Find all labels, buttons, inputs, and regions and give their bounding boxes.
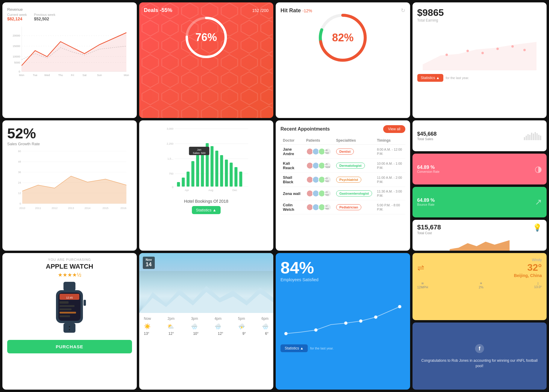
patients-cell: +3 mor (304, 173, 334, 187)
svg-point-30 (481, 52, 484, 54)
weather-icons-row: ☀️ ⛅ 🌧️ 🌧️ ⛈️ 🌧️ (144, 323, 269, 330)
weather-date: Nov (146, 258, 152, 261)
temp-icon: | (534, 281, 542, 285)
employees-pct: 84% (280, 258, 405, 277)
hotel-chart: 3,000 2,250 1,5... 750 0 Jan Sales: 500 … (144, 125, 269, 194)
svg-rect-103 (60, 312, 76, 314)
weather-condition: Windy (514, 258, 542, 262)
weather-icon-5pm: ⛈️ (238, 323, 245, 330)
earnings-footer: Statistics ▲ for the last year. (417, 74, 542, 82)
svg-text:Apr: Apr (185, 189, 189, 192)
weather-icon-6pm: 🌧️ (262, 323, 269, 330)
svg-text:2016: 2016 (120, 207, 126, 210)
svg-rect-102 (60, 308, 72, 310)
svg-text:1,5...: 1,5... (167, 157, 173, 160)
svg-rect-104 (60, 315, 70, 317)
purchase-btn[interactable]: PURCHASE (7, 340, 132, 353)
svg-marker-27 (423, 42, 536, 70)
stats-mini-container: $45,668 Total Sales 64.89 % Conversion R… (412, 120, 547, 251)
deals-percentage: 76% (195, 31, 217, 44)
facebook-text: Congratulations to Rob Jones in accounti… (417, 358, 542, 369)
total-sales-card: $45,668 Total Sales (412, 120, 547, 151)
svg-point-113 (344, 322, 347, 325)
svg-point-29 (466, 50, 469, 52)
appointments-card: Recent Appointments View all Doctor Pati… (276, 120, 410, 251)
svg-point-28 (445, 54, 448, 56)
svg-text:2014: 2014 (84, 207, 90, 210)
svg-rect-77 (239, 172, 242, 187)
svg-text:24: 24 (18, 181, 21, 184)
svg-rect-86 (527, 134, 529, 140)
total-cost-val: $15,678 (417, 223, 441, 231)
svg-rect-93 (540, 136, 541, 140)
svg-point-108 (69, 329, 70, 330)
svg-point-32 (511, 45, 514, 48)
timing-cell: 10:00 A.M. - 1:00 P.M. (374, 159, 405, 173)
doctor-name-cell: Jane Andre (280, 145, 304, 159)
weather-day: 14 (146, 261, 152, 268)
conversion-label: Conversion Rate (417, 170, 439, 173)
svg-text:2015: 2015 (102, 207, 108, 210)
svg-point-31 (496, 48, 499, 50)
lightbulb-icon: 💡 (533, 223, 542, 232)
svg-text:3,000: 3,000 (166, 127, 173, 130)
doctor-name-cell: Shail Black (280, 173, 304, 187)
hitrate-circle: 82% (280, 14, 405, 62)
doctor-name-cell: Colin Welch (280, 200, 304, 214)
svg-text:Dec: Dec (232, 189, 237, 192)
svg-rect-90 (535, 132, 536, 140)
specialty-cell: Gastroenterologist (334, 187, 374, 200)
total-cost-label: Total Cost (417, 231, 441, 235)
svg-text:20000: 20000 (13, 34, 20, 37)
view-all-btn[interactable]: View all (383, 125, 405, 133)
svg-text:0: 0 (172, 186, 173, 189)
svg-rect-65 (182, 178, 185, 187)
hotel-statistics-btn[interactable]: Statistics ▲ (192, 206, 221, 214)
employees-label: Employees Satisfied (280, 277, 405, 282)
specialty-cell: Dentist (334, 145, 374, 159)
sales-bars-icon (524, 131, 542, 140)
weather-temperature: 32° (514, 262, 542, 273)
employees-statistics-btn[interactable]: Statistics ▲ (280, 344, 308, 352)
svg-text:48: 48 (18, 160, 21, 163)
employees-footer: Statistics ▲ for the last year. (280, 344, 405, 352)
svg-rect-75 (230, 163, 233, 187)
cost-sparkline (417, 237, 542, 251)
facebook-card: f Congratulations to Rob Jones in accoun… (412, 323, 547, 390)
revenue-title: Revenue (7, 7, 132, 12)
wind-icon: ⇌ (417, 263, 424, 273)
weather-icon-3pm: 🌧️ (191, 323, 198, 330)
appointments-title: Recent Appointments (280, 126, 330, 132)
svg-point-115 (374, 316, 377, 319)
svg-rect-101 (60, 305, 75, 307)
svg-text:750: 750 (169, 172, 173, 175)
weather-date-badge: Nov 14 (143, 257, 155, 269)
refresh-icon[interactable]: ↻ (401, 7, 405, 14)
statistics-btn[interactable]: Statistics ▲ (417, 74, 443, 82)
current-week-label: Current week (7, 13, 27, 16)
svg-text:Tue: Tue (33, 74, 37, 77)
weather-icon-now: ☀️ (144, 323, 151, 330)
conversion-val: 64.89 % (417, 165, 439, 170)
col-timings: Timings (374, 137, 405, 145)
svg-text:60: 60 (18, 150, 21, 153)
svg-text:2010: 2010 (19, 207, 25, 210)
svg-rect-66 (186, 172, 189, 187)
patients-cell: +2 mor (304, 200, 334, 214)
svg-text:Wed: Wed (44, 74, 50, 77)
svg-text:2013: 2013 (68, 207, 74, 210)
appointments-table: Doctor Patients Specialities Timings Jan… (280, 137, 405, 214)
specialty-cell: Pediatrician (334, 200, 374, 214)
ice-peaks (139, 283, 274, 313)
appointments-header: Recent Appointments View all (280, 125, 405, 133)
table-row: Zena wall+3 morGastroenterologist11:30 A… (280, 187, 405, 200)
weather-temps-row: 13° 12° 10° 12° 9° 6° (144, 332, 269, 336)
svg-text:15000: 15000 (13, 45, 20, 48)
revenue-card: Revenue Current week $82,124 Previous we… (2, 2, 137, 118)
svg-text:12: 12 (18, 192, 21, 195)
trend-icon: ↗ (535, 197, 542, 207)
sun-icon: ☀ (479, 281, 483, 285)
total-sales-val: $45,668 (417, 131, 437, 137)
watch-card: YOU ARE PURCHASING APPLE WATCH ★★★★½ 12:… (2, 253, 137, 390)
employees-last-year: for the last year. (310, 346, 333, 350)
